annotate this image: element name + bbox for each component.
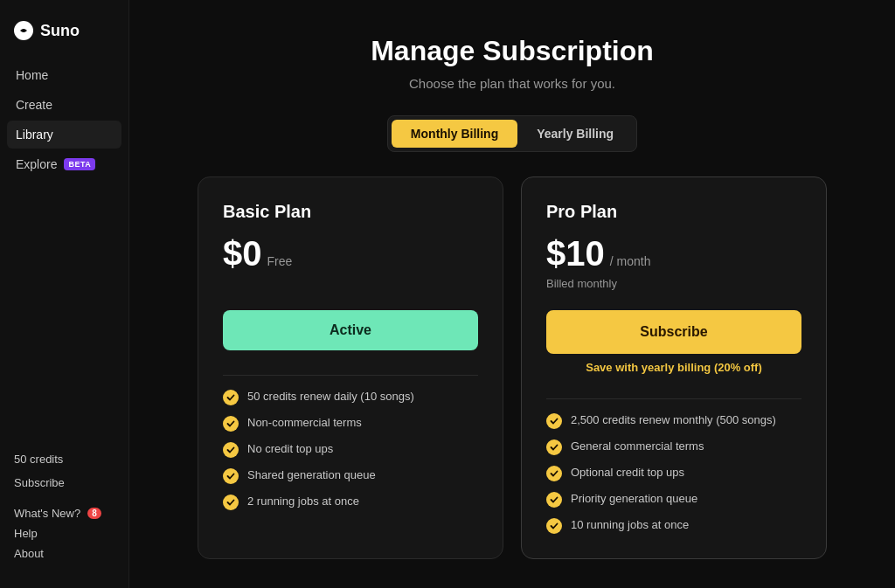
- pro-features-list: 2,500 credits renew monthly (500 songs) …: [546, 413, 801, 534]
- sidebar-nav: Home Create Library Explore BETA: [0, 61, 128, 178]
- basic-plan-name: Basic Plan: [223, 202, 478, 222]
- basic-feature-2: No credit top ups: [223, 442, 478, 458]
- yearly-billing-button[interactable]: Yearly Billing: [517, 120, 633, 148]
- basic-divider: [223, 375, 478, 376]
- basic-feature-1: Non-commercial terms: [223, 416, 478, 432]
- pro-plan-subscribe-button[interactable]: Subscribe: [546, 310, 801, 354]
- page-subtitle: Choose the plan that works for you.: [409, 76, 615, 91]
- pro-feature-1: General commercial terms: [546, 439, 801, 455]
- pro-price-row: $10 / month: [546, 234, 801, 273]
- check-icon-2: [223, 442, 239, 458]
- beta-badge: BETA: [64, 158, 95, 170]
- basic-price-row: $0 Free: [223, 234, 478, 273]
- save-yearly-text: Save with yearly billing (20% off): [546, 361, 801, 374]
- pro-check-icon-4: [546, 518, 562, 534]
- sidebar-item-create[interactable]: Create: [7, 91, 121, 119]
- pro-plan-suffix: / month: [610, 254, 651, 268]
- whats-new[interactable]: What's New? 8: [14, 507, 114, 520]
- basic-feature-3: Shared generation queue: [223, 468, 478, 484]
- pro-plan-name: Pro Plan: [546, 202, 801, 222]
- pro-feature-4: 10 running jobs at once: [546, 518, 801, 534]
- sidebar-item-home[interactable]: Home: [7, 61, 121, 89]
- check-icon-3: [223, 468, 239, 484]
- pro-check-icon-0: [546, 413, 562, 429]
- basic-feature-0: 50 credits renew daily (10 songs): [223, 390, 478, 405]
- page-title: Manage Subscription: [371, 35, 654, 67]
- app-logo: Suno: [0, 14, 128, 61]
- sidebar-item-about[interactable]: About: [14, 547, 114, 560]
- pro-check-icon-3: [546, 492, 562, 508]
- plans-container: Basic Plan $0 Free Active 50 credits ren…: [198, 176, 827, 559]
- sidebar-item-help[interactable]: Help: [14, 527, 114, 540]
- sidebar-subscribe-link[interactable]: Subscribe: [14, 476, 114, 489]
- pro-check-icon-2: [546, 466, 562, 481]
- basic-plan-price: $0: [223, 234, 262, 273]
- pro-feature-0: 2,500 credits renew monthly (500 songs): [546, 413, 801, 429]
- app-name: Suno: [40, 22, 80, 40]
- sidebar-item-library[interactable]: Library: [7, 121, 121, 149]
- pro-feature-2: Optional credit top ups: [546, 466, 801, 481]
- sidebar: Suno Home Create Library Explore BETA 50…: [0, 0, 129, 588]
- pro-plan-card: Pro Plan $10 / month Billed monthly Subs…: [521, 176, 827, 559]
- check-icon-1: [223, 416, 239, 432]
- sidebar-item-explore[interactable]: Explore BETA: [7, 150, 121, 178]
- pro-check-icon-1: [546, 439, 562, 455]
- main-content: Manage Subscription Choose the plan that…: [129, 0, 895, 588]
- monthly-billing-button[interactable]: Monthly Billing: [392, 120, 517, 148]
- basic-billing-note: [223, 277, 478, 293]
- basic-plan-active-button[interactable]: Active: [223, 310, 478, 350]
- basic-features-list: 50 credits renew daily (10 songs) Non-co…: [223, 390, 478, 510]
- pro-divider: [546, 398, 801, 399]
- check-icon-4: [223, 495, 239, 510]
- pro-feature-3: Priority generation queue: [546, 492, 801, 508]
- pro-billing-note: Billed monthly: [546, 277, 801, 293]
- check-icon-0: [223, 390, 239, 405]
- sidebar-bottom-links: What's New? 8 Help About: [14, 507, 114, 560]
- logo-icon: [14, 21, 33, 40]
- billing-toggle: Monthly Billing Yearly Billing: [387, 115, 637, 152]
- sidebar-bottom: 50 credits Subscribe What's New? 8 Help …: [0, 439, 128, 574]
- credits-display: 50 credits: [14, 453, 114, 466]
- whats-new-badge: 8: [87, 508, 101, 519]
- basic-feature-4: 2 running jobs at once: [223, 495, 478, 510]
- basic-plan-suffix: Free: [267, 254, 293, 268]
- pro-plan-price: $10: [546, 234, 605, 273]
- basic-plan-card: Basic Plan $0 Free Active 50 credits ren…: [198, 176, 503, 559]
